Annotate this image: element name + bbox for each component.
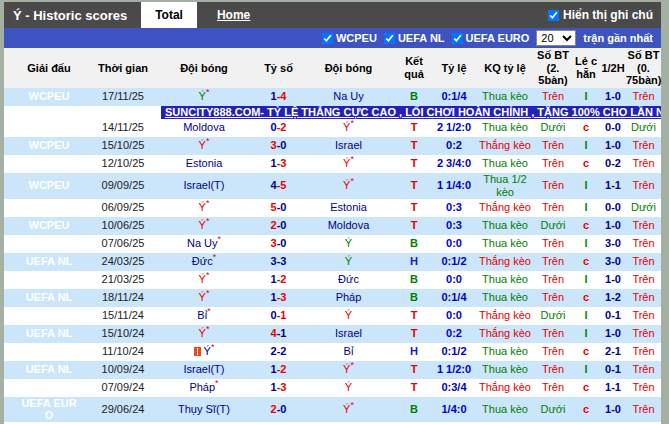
filter-wcpeu[interactable]: WCPEU <box>322 32 377 44</box>
odds-cell: 2 3/4:0 <box>432 155 476 173</box>
filter-wcpeu-checkbox[interactable] <box>322 33 333 44</box>
result-cell: T <box>396 137 432 155</box>
favorite-star: * <box>206 199 210 209</box>
odds-result-cell: Thua kèo <box>476 397 534 422</box>
header-row: Giải đấu Thời gian Đội bóng Tỷ số Đội bó… <box>4 48 661 88</box>
league-cell: UEFA NL <box>4 271 94 289</box>
goals-0-75-cell: Trên <box>626 235 661 253</box>
filter-uefa-euro-checkbox[interactable] <box>452 33 463 44</box>
favorite-star: * <box>350 119 354 129</box>
promo-banner-link[interactable]: SUNCITY888.COM- TỶ LỆ THẮNG CỰC CAO , LỐ… <box>161 106 661 119</box>
goals-2-5-cell: Dưới <box>534 397 572 422</box>
favorite-star: * <box>206 217 210 227</box>
home-team-cell: Na Uy* <box>152 235 256 253</box>
odds-cell: 1 1/2:0 <box>432 361 476 379</box>
goals-0-75-cell: Trên <box>626 137 661 155</box>
goals-2-5-cell: Trên <box>534 361 572 379</box>
away-team-cell: Israel <box>301 325 396 343</box>
goals-2-5-cell: Trên <box>534 253 572 271</box>
away-team-cell: Moldova <box>301 217 396 235</box>
home-team-cell: Ý* <box>152 289 256 307</box>
table-row: UEFA EURO29/06/24Thụy Sĩ(T)2-0Ý*B1/4:0Th… <box>4 397 661 422</box>
result-cell: B <box>396 289 432 307</box>
goals-0-75-cell: Trên <box>626 155 661 173</box>
date-cell: 06/09/25 <box>94 199 152 217</box>
odds-cell: 0:0 <box>432 307 476 325</box>
date-cell: 14/11/25 <box>94 119 152 137</box>
team-name: Na Uy <box>333 90 364 102</box>
goals-0-75-cell: Dưới <box>626 199 661 217</box>
show-notes-label[interactable]: Hiển thị ghi chú <box>563 8 653 22</box>
goals-2-5-cell: Dưới <box>534 119 572 137</box>
col-header-odds: Tỷ lệ <box>432 48 476 88</box>
date-cell: 18/11/24 <box>94 289 152 307</box>
table-row: WCPEU09/09/25Israel(T)4-5Ý*T1 1/4:0Thua … <box>4 173 661 199</box>
result-cell: T <box>396 307 432 325</box>
half-score-cell: 3-0 <box>600 235 626 253</box>
title-bar: Ý - Historic scores Total Home Hiển thị … <box>4 2 661 28</box>
result-cell: B <box>396 397 432 422</box>
home-team-cell: Ý* <box>152 325 256 343</box>
app-window: Ý - Historic scores Total Home Hiển thị … <box>4 2 661 424</box>
filter-uefa-nl-checkbox[interactable] <box>384 33 395 44</box>
goals-0-75-cell: Trên <box>626 253 661 271</box>
home-team-cell: Ý* <box>152 199 256 217</box>
odd-even-cell: l <box>572 325 600 343</box>
table-row: UEFA NL07/09/24Pháp*1-3ÝT0:3/4Thắng kèoT… <box>4 379 661 397</box>
col-header-home-team: Đội bóng <box>152 48 256 88</box>
date-cell: 11/10/24 <box>94 343 152 361</box>
col-header-time: Thời gian <box>94 48 152 88</box>
goals-2-5-cell: Trên <box>534 343 572 361</box>
team-name: Ý <box>199 201 206 213</box>
odds-cell: 0:2 <box>432 325 476 343</box>
odds-cell: 0:1/2 <box>432 253 476 271</box>
match-count-select[interactable]: 20 <box>536 30 576 46</box>
tab-total[interactable]: Total <box>141 2 197 28</box>
team-name: Ý <box>199 327 206 339</box>
odds-cell: 1 1/4:0 <box>432 173 476 199</box>
favorite-star: * <box>206 289 210 299</box>
goals-0-75-cell: Trên <box>626 217 661 235</box>
league-cell: UEFA NL <box>4 289 94 307</box>
result-cell: T <box>396 155 432 173</box>
score-cell: 2-2 <box>256 343 301 361</box>
odds-cell: 0:3/4 <box>432 379 476 397</box>
score-cell: 3-3 <box>256 253 301 271</box>
odds-result-cell: Thua kèo <box>476 119 534 137</box>
date-cell: 21/03/25 <box>94 271 152 289</box>
date-cell: 10/09/24 <box>94 361 152 379</box>
show-notes-checkbox[interactable] <box>548 10 559 21</box>
col-header-odds-result: KQ tỷ lệ <box>476 48 534 88</box>
promo-banner-row: SUNCITY888.COM- TỶ LỆ THẮNG CỰC CAO , LỐ… <box>4 106 661 119</box>
col-header-league: Giải đấu <box>4 48 94 88</box>
filter-uefa-euro[interactable]: UEFA EURO <box>452 32 530 44</box>
score-cell: 0-2 <box>256 119 301 137</box>
away-team-cell: Ý* <box>301 173 396 199</box>
tab-home[interactable]: Home <box>203 2 264 28</box>
team-name: Ý <box>199 273 206 285</box>
table-row: WCPEU15/10/25Ý*3-0IsraelT0:2Thắng kèoTrê… <box>4 137 661 155</box>
team-name: Pháp <box>336 291 362 303</box>
home-team-cell: Israel(T) <box>152 361 256 379</box>
odd-even-cell: c <box>572 155 600 173</box>
away-team-cell: Ý* <box>301 155 396 173</box>
filter-uefa-nl[interactable]: UEFA NL <box>384 32 445 44</box>
odds-cell: 0:1/4 <box>432 289 476 307</box>
home-team-cell: Ý* <box>152 137 256 155</box>
date-cell: 15/11/24 <box>94 307 152 325</box>
odds-result-cell: Thắng kèo <box>476 307 534 325</box>
odd-even-cell: l <box>572 361 600 379</box>
table-row: WCPEU06/09/25Ý*5-0EstoniaT0:3Thắng kèoTr… <box>4 199 661 217</box>
filter-wcpeu-label: WCPEU <box>336 32 377 44</box>
league-cell: WCPEU <box>4 137 94 155</box>
odds-result-cell: Thua kèo <box>476 235 534 253</box>
half-score-cell: 0-1 <box>600 307 626 325</box>
table-row: UEFA NL11/10/24Ý*2-2BỉH0:1/2Thua kèoTrên… <box>4 343 661 361</box>
team-name: Ý <box>204 345 211 357</box>
team-name: Ý <box>199 291 206 303</box>
home-team-cell: Ý* <box>152 217 256 235</box>
result-cell: T <box>396 325 432 343</box>
goals-2-5-cell: Trên <box>534 173 572 199</box>
league-cell: UEFA NL <box>4 343 94 361</box>
team-name: Moldova <box>183 121 225 133</box>
